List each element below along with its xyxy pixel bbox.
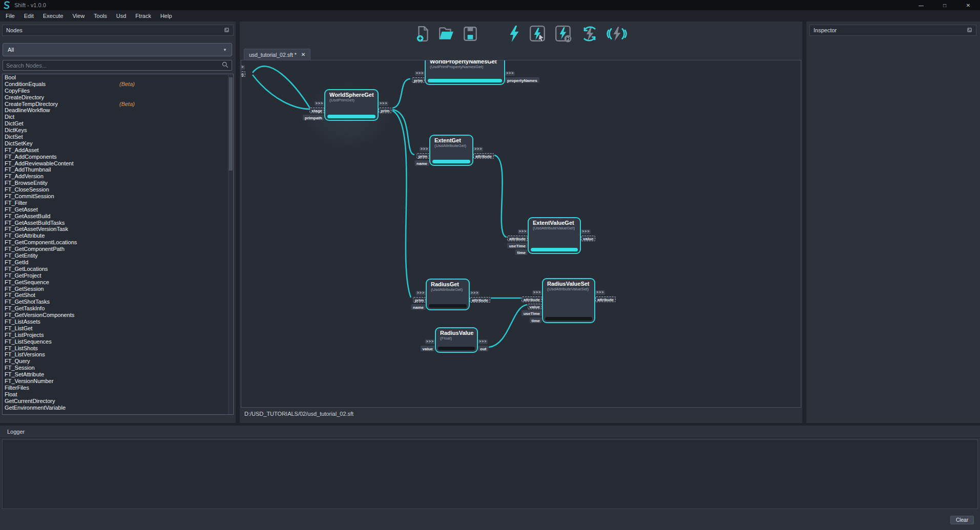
input-port-stage[interactable]: stage <box>309 108 324 113</box>
execute-selected-button[interactable] <box>529 25 547 45</box>
node-list-item[interactable]: FT_GetAssetBuildTasks <box>3 220 233 226</box>
node-list-item[interactable]: FilterFiles <box>3 385 233 391</box>
input-port-prim[interactable]: prim <box>416 153 429 159</box>
node-list-item[interactable]: GetCurrentDirectory <box>3 398 233 405</box>
node-list-scrollbar[interactable] <box>228 75 233 414</box>
graph-node-world_sphere_get[interactable]: WorldSphereGet(UsdPrimGet)>>>stageprimpa… <box>324 89 379 121</box>
input-port-time[interactable]: time <box>515 249 528 255</box>
execute-graph-button[interactable] <box>507 25 522 45</box>
node-list-item[interactable]: FT_CommitSession <box>3 193 233 200</box>
popout-icon[interactable] <box>967 26 972 35</box>
node-list-item[interactable]: FT_GetVersionComponents <box>3 312 233 319</box>
node-list-item[interactable]: ConditionEquals(Beta) <box>3 81 233 88</box>
node-list-item[interactable]: FT_AddAsset <box>3 147 233 154</box>
node-list-item[interactable]: FT_AddComponents <box>3 154 233 160</box>
input-port-prim[interactable]: prim <box>412 77 425 83</box>
output-port-attribute[interactable]: attribute <box>595 296 616 302</box>
node-list-item[interactable]: FT_GetSequence <box>3 279 233 286</box>
node-list-item[interactable]: GetEnvironmentVariable <box>3 405 233 411</box>
node-filter-dropdown[interactable]: All ▼ <box>3 43 232 56</box>
graph-node-extent_get[interactable]: ExtentGet(UsdAttributeGet)>>>primname>>>… <box>429 135 473 166</box>
node-list-item[interactable]: FT_GetId <box>3 259 233 266</box>
scrollbar-thumb[interactable] <box>229 77 233 171</box>
input-port-time[interactable]: time <box>530 317 542 323</box>
output-port-attribute[interactable]: attribute <box>473 153 494 159</box>
node-list-item[interactable]: CreateTempDirectory(Beta) <box>3 101 233 108</box>
node-list-item[interactable]: FT_ListSequences <box>3 338 233 345</box>
node-list-item[interactable]: FT_GetProject <box>3 272 233 279</box>
output-port-attribute[interactable]: attribute <box>470 297 490 303</box>
output-port-value[interactable]: value <box>581 236 595 241</box>
node-list-item[interactable]: FT_GetShotTasks <box>3 299 233 305</box>
node-list-item[interactable]: Bool <box>3 74 233 81</box>
output-port-propertyNames[interactable]: propertyNames <box>505 77 539 83</box>
execute-from-selected-button[interactable] <box>554 25 573 45</box>
menu-execute[interactable]: Execute <box>38 10 68 22</box>
node-list-item[interactable]: FT_GetShot <box>3 292 233 299</box>
menu-ftrack[interactable]: Ftrack <box>131 10 156 22</box>
graph-node-radius_value[interactable]: RadiusValue(Float)>>>value>>>out <box>435 327 478 353</box>
popout-icon[interactable] <box>224 26 230 35</box>
menu-tools[interactable]: Tools <box>89 10 112 22</box>
node-list-item[interactable]: CreateDirectory <box>3 94 233 101</box>
node-list-item[interactable]: FT_ListAssets <box>3 319 233 325</box>
node-list-item[interactable]: FT_AddThumbnail <box>3 166 233 173</box>
node-list-item[interactable]: DictSet <box>3 134 233 140</box>
node-list-item[interactable]: FT_SetAttribute <box>3 371 233 378</box>
node-list-item[interactable]: DictSetKey <box>3 140 233 147</box>
wire-offscreen.stage-to-world_sphere_get.stage[interactable] <box>253 66 310 108</box>
input-port-attribute[interactable]: attribute <box>522 296 542 302</box>
node-list-item[interactable]: CopyFiles <box>3 88 233 94</box>
node-list-item[interactable]: FT_BrowseEntity <box>3 180 233 186</box>
new-graph-button[interactable] <box>415 25 430 45</box>
input-port-useTime[interactable]: useTime <box>507 243 528 248</box>
clear-logger-button[interactable]: Clear <box>950 516 974 524</box>
node-list-item[interactable]: FT_Query <box>3 358 233 365</box>
graph-node-radius_get[interactable]: RadiusGet(UsdAttributeGet)>>>primname>>>… <box>426 279 470 310</box>
menu-edit[interactable]: Edit <box>19 10 38 22</box>
node-list-item[interactable]: FT_GetAttribute <box>3 232 233 239</box>
menu-file[interactable]: File <box>1 10 19 22</box>
wire-offscreen.stage-to-world_sphere_get.stage[interactable] <box>253 75 310 109</box>
node-list-item[interactable]: FT_AddVersion <box>3 173 233 180</box>
minimize-window-button[interactable]: — <box>909 0 933 10</box>
input-port-name[interactable]: name <box>414 160 429 166</box>
node-list-item[interactable]: DictGet <box>3 120 233 127</box>
input-port-prim[interactable]: prim <box>413 297 426 303</box>
wire-world_sphere_get.prim-to-world_property_names_get.prim[interactable] <box>392 79 410 108</box>
refresh-execution-button[interactable] <box>580 25 599 45</box>
node-list-item[interactable]: FT_CloseSession <box>3 186 233 193</box>
node-list-item[interactable]: FT_GetComponentPath <box>3 246 233 252</box>
graph-node-extent_value_get[interactable]: ExtentValueGet(UsdAttributeValueGet)>>>a… <box>528 217 581 254</box>
node-list-item[interactable]: FT_GetAssetVersionTask <box>3 226 233 232</box>
node-list-item[interactable]: FT_GetAssetBuild <box>3 213 233 220</box>
node-search-box[interactable] <box>3 60 232 71</box>
maximize-window-button[interactable]: □ <box>933 0 956 10</box>
node-list-item[interactable]: FT_Filter <box>3 200 233 206</box>
input-port-value[interactable]: value <box>528 304 542 309</box>
node-list-item[interactable]: DictKeys <box>3 127 233 134</box>
input-port-attribute[interactable]: attribute <box>507 236 528 241</box>
node-list-item[interactable]: FT_ListGet <box>3 325 233 332</box>
input-port-useTime[interactable]: useTime <box>522 310 542 316</box>
tab-usd-tutorial-02[interactable]: usd_tutorial_02.sft * ✕ <box>244 49 310 60</box>
node-list-item[interactable]: FT_ListShots <box>3 345 233 352</box>
output-port-stage[interactable]: (stage) <box>241 71 245 77</box>
output-port-out[interactable]: out <box>478 346 488 351</box>
output-port-prim[interactable]: prim <box>379 108 391 113</box>
node-list-item[interactable]: FT_GetLocations <box>3 266 233 272</box>
save-graph-button[interactable] <box>462 25 478 45</box>
node-list-item[interactable]: FT_GetSession <box>3 286 233 292</box>
node-list-item[interactable]: FT_GetAsset <box>3 206 233 213</box>
node-list-item[interactable]: Float <box>3 391 233 398</box>
wire-extent_get.attribute-to-extent_value_get.attribute[interactable] <box>494 155 507 237</box>
node-list-item[interactable]: FT_VersionNumber <box>3 378 233 385</box>
live-execution-button[interactable] <box>607 25 627 45</box>
open-graph-button[interactable] <box>437 25 455 45</box>
node-search-input[interactable] <box>6 62 222 69</box>
node-list-item[interactable]: FT_Session <box>3 365 233 371</box>
node-list-item[interactable]: FT_GetTaskInfo <box>3 305 233 312</box>
input-port-value[interactable]: value <box>421 346 435 351</box>
menu-usd[interactable]: Usd <box>112 10 131 22</box>
tab-close-icon[interactable]: ✕ <box>301 52 305 57</box>
